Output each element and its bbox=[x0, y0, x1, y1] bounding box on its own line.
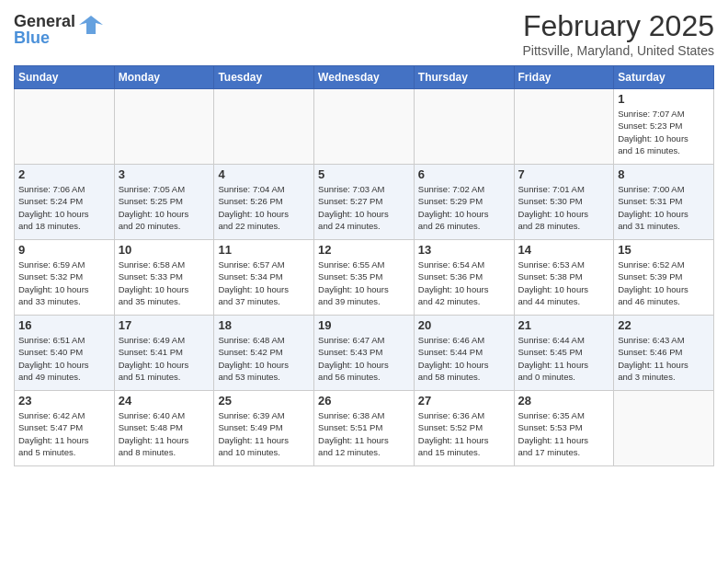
day-info: Sunrise: 7:02 AM Sunset: 5:29 PM Dayligh… bbox=[418, 183, 510, 232]
day-info: Sunrise: 6:47 AM Sunset: 5:43 PM Dayligh… bbox=[318, 334, 410, 383]
table-row: 18Sunrise: 6:48 AM Sunset: 5:42 PM Dayli… bbox=[214, 316, 314, 391]
table-row: 19Sunrise: 6:47 AM Sunset: 5:43 PM Dayli… bbox=[314, 316, 415, 391]
logo-general: General bbox=[14, 12, 75, 30]
day-info: Sunrise: 7:06 AM Sunset: 5:24 PM Dayligh… bbox=[18, 183, 110, 232]
table-row: 21Sunrise: 6:44 AM Sunset: 5:45 PM Dayli… bbox=[514, 316, 614, 391]
table-row bbox=[614, 391, 714, 466]
table-row: 12Sunrise: 6:55 AM Sunset: 5:35 PM Dayli… bbox=[314, 240, 415, 316]
table-row: 16Sunrise: 6:51 AM Sunset: 5:40 PM Dayli… bbox=[15, 316, 115, 391]
col-sunday: Sunday bbox=[15, 66, 115, 89]
day-info: Sunrise: 6:57 AM Sunset: 5:34 PM Dayligh… bbox=[218, 259, 310, 307]
col-wednesday: Wednesday bbox=[314, 66, 415, 89]
page-container: General Blue February 2025 Pittsville, M… bbox=[0, 0, 728, 563]
day-number: 6 bbox=[418, 167, 510, 181]
day-number: 18 bbox=[218, 318, 310, 332]
calendar-week-0: 1Sunrise: 7:07 AM Sunset: 5:23 PM Daylig… bbox=[15, 89, 714, 165]
calendar-week-2: 9Sunrise: 6:59 AM Sunset: 5:32 PM Daylig… bbox=[15, 240, 714, 316]
table-row: 13Sunrise: 6:54 AM Sunset: 5:36 PM Dayli… bbox=[414, 240, 514, 316]
table-row: 26Sunrise: 6:38 AM Sunset: 5:51 PM Dayli… bbox=[314, 391, 415, 466]
table-row: 10Sunrise: 6:58 AM Sunset: 5:33 PM Dayli… bbox=[114, 240, 214, 316]
subtitle: Pittsville, Maryland, United States bbox=[522, 43, 714, 58]
table-row bbox=[314, 89, 415, 165]
table-row: 15Sunrise: 6:52 AM Sunset: 5:39 PM Dayli… bbox=[614, 240, 714, 316]
table-row: 5Sunrise: 7:03 AM Sunset: 5:27 PM Daylig… bbox=[314, 165, 415, 240]
logo-text: General Blue bbox=[14, 13, 75, 46]
table-row: 6Sunrise: 7:02 AM Sunset: 5:29 PM Daylig… bbox=[414, 165, 514, 240]
day-number: 22 bbox=[618, 318, 710, 332]
calendar-week-1: 2Sunrise: 7:06 AM Sunset: 5:24 PM Daylig… bbox=[15, 165, 714, 240]
table-row: 24Sunrise: 6:40 AM Sunset: 5:48 PM Dayli… bbox=[114, 391, 214, 466]
table-row: 8Sunrise: 7:00 AM Sunset: 5:31 PM Daylig… bbox=[614, 165, 714, 240]
logo: General Blue bbox=[14, 13, 105, 46]
col-monday: Monday bbox=[114, 66, 214, 89]
table-row: 1Sunrise: 7:07 AM Sunset: 5:23 PM Daylig… bbox=[614, 89, 714, 165]
day-number: 8 bbox=[618, 167, 710, 181]
day-number: 7 bbox=[518, 167, 610, 181]
day-info: Sunrise: 6:53 AM Sunset: 5:38 PM Dayligh… bbox=[518, 259, 610, 307]
table-row: 27Sunrise: 6:36 AM Sunset: 5:52 PM Dayli… bbox=[414, 391, 514, 466]
day-number: 13 bbox=[418, 243, 510, 257]
table-row: 20Sunrise: 6:46 AM Sunset: 5:44 PM Dayli… bbox=[414, 316, 514, 391]
header: General Blue February 2025 Pittsville, M… bbox=[14, 9, 714, 58]
logo-blue: Blue bbox=[14, 29, 50, 47]
day-info: Sunrise: 7:03 AM Sunset: 5:27 PM Dayligh… bbox=[318, 183, 410, 232]
table-row bbox=[414, 89, 514, 165]
table-row bbox=[114, 89, 214, 165]
day-number: 1 bbox=[618, 92, 710, 106]
col-friday: Friday bbox=[514, 66, 614, 89]
day-number: 4 bbox=[218, 167, 310, 181]
day-number: 11 bbox=[218, 243, 310, 257]
day-number: 21 bbox=[518, 318, 610, 332]
day-info: Sunrise: 7:07 AM Sunset: 5:23 PM Dayligh… bbox=[618, 108, 710, 156]
day-info: Sunrise: 6:42 AM Sunset: 5:47 PM Dayligh… bbox=[18, 409, 110, 458]
calendar-week-3: 16Sunrise: 6:51 AM Sunset: 5:40 PM Dayli… bbox=[15, 316, 714, 391]
day-number: 26 bbox=[318, 394, 410, 408]
day-number: 3 bbox=[119, 167, 210, 181]
day-info: Sunrise: 6:59 AM Sunset: 5:32 PM Dayligh… bbox=[18, 259, 110, 307]
day-number: 10 bbox=[119, 243, 210, 257]
day-info: Sunrise: 7:05 AM Sunset: 5:25 PM Dayligh… bbox=[119, 183, 210, 232]
day-info: Sunrise: 6:58 AM Sunset: 5:33 PM Dayligh… bbox=[119, 259, 210, 307]
day-info: Sunrise: 6:40 AM Sunset: 5:48 PM Dayligh… bbox=[119, 409, 210, 458]
table-row: 4Sunrise: 7:04 AM Sunset: 5:26 PM Daylig… bbox=[214, 165, 314, 240]
day-info: Sunrise: 7:04 AM Sunset: 5:26 PM Dayligh… bbox=[218, 183, 310, 232]
table-row: 22Sunrise: 6:43 AM Sunset: 5:46 PM Dayli… bbox=[614, 316, 714, 391]
table-row: 14Sunrise: 6:53 AM Sunset: 5:38 PM Dayli… bbox=[514, 240, 614, 316]
table-row: 25Sunrise: 6:39 AM Sunset: 5:49 PM Dayli… bbox=[214, 391, 314, 466]
day-number: 20 bbox=[418, 318, 510, 332]
day-info: Sunrise: 6:48 AM Sunset: 5:42 PM Dayligh… bbox=[218, 334, 310, 383]
calendar-table: Sunday Monday Tuesday Wednesday Thursday… bbox=[14, 65, 714, 466]
day-number: 9 bbox=[18, 243, 110, 257]
day-number: 5 bbox=[318, 167, 410, 181]
day-info: Sunrise: 6:49 AM Sunset: 5:41 PM Dayligh… bbox=[119, 334, 210, 383]
day-info: Sunrise: 7:01 AM Sunset: 5:30 PM Dayligh… bbox=[518, 183, 610, 232]
day-number: 14 bbox=[518, 243, 610, 257]
day-number: 2 bbox=[18, 167, 110, 181]
day-number: 25 bbox=[218, 394, 310, 408]
day-info: Sunrise: 6:36 AM Sunset: 5:52 PM Dayligh… bbox=[418, 409, 510, 458]
main-title: February 2025 bbox=[522, 9, 714, 43]
day-info: Sunrise: 6:44 AM Sunset: 5:45 PM Dayligh… bbox=[518, 334, 610, 383]
day-info: Sunrise: 7:00 AM Sunset: 5:31 PM Dayligh… bbox=[618, 183, 710, 232]
day-info: Sunrise: 6:39 AM Sunset: 5:49 PM Dayligh… bbox=[218, 409, 310, 458]
day-info: Sunrise: 6:46 AM Sunset: 5:44 PM Dayligh… bbox=[418, 334, 510, 383]
logo-bird-icon bbox=[77, 14, 105, 38]
col-saturday: Saturday bbox=[614, 66, 714, 89]
calendar-week-4: 23Sunrise: 6:42 AM Sunset: 5:47 PM Dayli… bbox=[15, 391, 714, 466]
day-number: 15 bbox=[618, 243, 710, 257]
table-row: 11Sunrise: 6:57 AM Sunset: 5:34 PM Dayli… bbox=[214, 240, 314, 316]
day-info: Sunrise: 6:38 AM Sunset: 5:51 PM Dayligh… bbox=[318, 409, 410, 458]
title-section: February 2025 Pittsville, Maryland, Unit… bbox=[522, 9, 714, 58]
day-number: 12 bbox=[318, 243, 410, 257]
svg-marker-0 bbox=[79, 16, 103, 34]
day-info: Sunrise: 6:43 AM Sunset: 5:46 PM Dayligh… bbox=[618, 334, 710, 383]
day-number: 28 bbox=[518, 394, 610, 408]
day-info: Sunrise: 6:54 AM Sunset: 5:36 PM Dayligh… bbox=[418, 259, 510, 307]
table-row bbox=[214, 89, 314, 165]
day-number: 24 bbox=[119, 394, 210, 408]
day-number: 23 bbox=[18, 394, 110, 408]
day-number: 19 bbox=[318, 318, 410, 332]
day-info: Sunrise: 6:55 AM Sunset: 5:35 PM Dayligh… bbox=[318, 259, 410, 307]
col-thursday: Thursday bbox=[414, 66, 514, 89]
table-row: 17Sunrise: 6:49 AM Sunset: 5:41 PM Dayli… bbox=[114, 316, 214, 391]
